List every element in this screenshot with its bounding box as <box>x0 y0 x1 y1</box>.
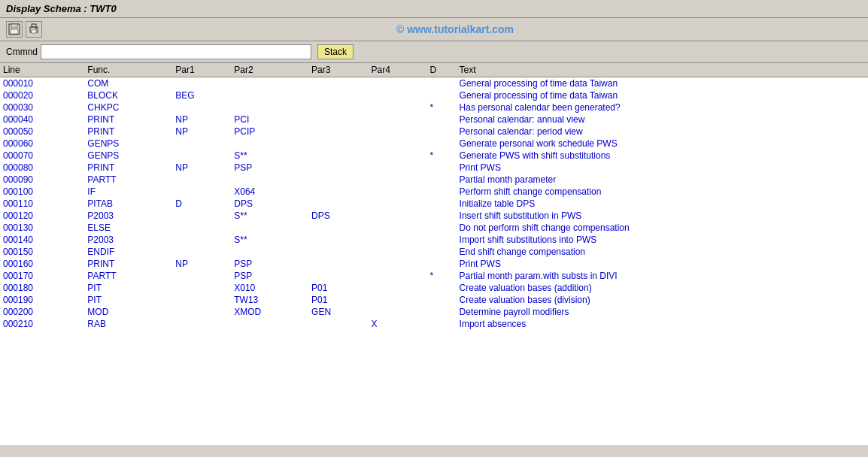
svg-rect-4 <box>32 24 36 27</box>
table-row[interactable]: 000020BLOCKBEGGeneral processing of time… <box>0 89 868 101</box>
cell-par4 <box>369 210 427 222</box>
cell-par1: NP <box>172 162 231 174</box>
cell-line: 000070 <box>0 150 84 162</box>
cell-par1: NP <box>172 113 231 126</box>
cell-text: Create valuation bases (division) <box>457 294 868 306</box>
table-row[interactable]: 000080PRINTNPPSPPrint PWS <box>0 162 868 174</box>
cell-par4 <box>369 258 427 270</box>
cell-func: PARTT <box>84 174 172 186</box>
cell-text: Partial month parameter <box>457 174 868 186</box>
table-row[interactable]: 000170PARTTPSP*Partial month param.with … <box>0 270 868 282</box>
table-row[interactable]: 000110PITABDDPSInitialize table DPS <box>0 198 868 210</box>
table-row[interactable]: 000160PRINTNPPSPPrint PWS <box>0 258 868 270</box>
table-row[interactable]: 000130ELSEDo not perform shift change co… <box>0 222 868 234</box>
cell-par4 <box>369 150 427 162</box>
cell-par3 <box>308 138 369 150</box>
cell-line: 000190 <box>0 294 84 306</box>
cell-func: COM <box>84 77 172 90</box>
cell-par1: BEG <box>172 89 231 101</box>
cell-d <box>427 198 457 210</box>
cell-func: PRINT <box>84 258 172 270</box>
table-row[interactable]: 000150ENDIFEnd shift change compensation <box>0 246 868 258</box>
table-row[interactable]: 000190PITTW13P01Create valuation bases (… <box>0 294 868 306</box>
cell-par3 <box>308 198 369 210</box>
cell-par2: PSP <box>231 258 308 270</box>
table-row[interactable]: 000200MODXMODGENDetermine payroll modifi… <box>0 306 868 318</box>
cell-line: 000180 <box>0 282 84 294</box>
cell-par4 <box>369 306 427 318</box>
cell-d <box>427 77 457 90</box>
cell-par1 <box>172 210 231 222</box>
cell-par2 <box>231 222 308 234</box>
command-label: Cmmnd <box>6 47 38 57</box>
cell-par4 <box>369 138 427 150</box>
table-row[interactable]: 000070GENPSS***Generate PWS with shift s… <box>0 150 868 162</box>
cell-par1 <box>172 101 231 113</box>
table-row[interactable]: 000100IFX064Perform shift change compens… <box>0 186 868 198</box>
cell-line: 000090 <box>0 174 84 186</box>
cell-text: Import absences <box>457 318 868 330</box>
table-row[interactable]: 000210RABXImport absences <box>0 318 868 330</box>
cell-par2: S** <box>231 234 308 246</box>
cell-par3 <box>308 126 369 138</box>
toolbar: © www.tutorialkart.com <box>0 18 868 41</box>
cell-func: GENPS <box>84 150 172 162</box>
col-line: Line <box>0 63 84 77</box>
table-row[interactable]: 000040PRINTNPPCIPersonal calendar: annua… <box>0 113 868 126</box>
cell-par3 <box>308 246 369 258</box>
cell-d: * <box>427 101 457 113</box>
cell-par1: D <box>172 198 231 210</box>
svg-point-6 <box>35 28 37 29</box>
cell-line: 000020 <box>0 89 84 101</box>
cell-text: Print PWS <box>457 162 868 174</box>
cell-par2: S** <box>231 150 308 162</box>
command-input[interactable] <box>41 44 311 59</box>
cell-func: PITAB <box>84 198 172 210</box>
table-row[interactable]: 000030CHKPC*Has personal calendar been g… <box>0 101 868 113</box>
cell-par2 <box>231 174 308 186</box>
cell-par2: PCI <box>231 113 308 126</box>
cell-d <box>427 126 457 138</box>
cell-func: ENDIF <box>84 246 172 258</box>
cell-func: PRINT <box>84 126 172 138</box>
cell-text: Has personal calendar been generated? <box>457 101 868 113</box>
cell-par4 <box>369 294 427 306</box>
col-text: Text <box>457 63 868 77</box>
cell-d <box>427 113 457 126</box>
cell-func: RAB <box>84 318 172 330</box>
cell-d <box>427 186 457 198</box>
table-row[interactable]: 000140P2003S**Import shift substitutions… <box>0 234 868 246</box>
svg-rect-1 <box>11 24 17 28</box>
cell-par2 <box>231 101 308 113</box>
cell-d: * <box>427 150 457 162</box>
cell-par4 <box>369 282 427 294</box>
cell-par4 <box>369 101 427 113</box>
cell-text: Import shift substitutions into PWS <box>457 234 868 246</box>
cell-par2: X064 <box>231 186 308 198</box>
table-row[interactable]: 000060GENPSGenerate personal work schedu… <box>0 138 868 150</box>
table-row[interactable]: 000180PITX010P01Create valuation bases (… <box>0 282 868 294</box>
cell-par2 <box>231 77 308 90</box>
cell-par4 <box>369 89 427 101</box>
cell-par2 <box>231 89 308 101</box>
watermark: © www.tutorialkart.com <box>48 23 862 35</box>
cell-par4 <box>369 246 427 258</box>
cell-par1 <box>172 186 231 198</box>
cell-text: Print PWS <box>457 258 868 270</box>
table-row[interactable]: 000090PARTTPartial month parameter <box>0 174 868 186</box>
cell-line: 000030 <box>0 101 84 113</box>
cell-text: Insert shift substitution in PWS <box>457 210 868 222</box>
cell-text: General processing of time data Taiwan <box>457 77 868 90</box>
cell-par1 <box>172 222 231 234</box>
col-func: Func. <box>84 63 172 77</box>
print-icon[interactable] <box>26 21 42 38</box>
table-row[interactable]: 000010COMGeneral processing of time data… <box>0 77 868 90</box>
table-row[interactable]: 000050PRINTNPPCIPPersonal calendar: peri… <box>0 126 868 138</box>
save-icon[interactable] <box>6 21 23 38</box>
stack-button[interactable]: Stack <box>317 44 354 59</box>
cell-text: Generate personal work schedule PWS <box>457 138 868 150</box>
cell-d <box>427 306 457 318</box>
table-row[interactable]: 000120P2003S**DPSInsert shift substituti… <box>0 210 868 222</box>
cell-par4 <box>369 270 427 282</box>
cell-par1 <box>172 318 231 330</box>
